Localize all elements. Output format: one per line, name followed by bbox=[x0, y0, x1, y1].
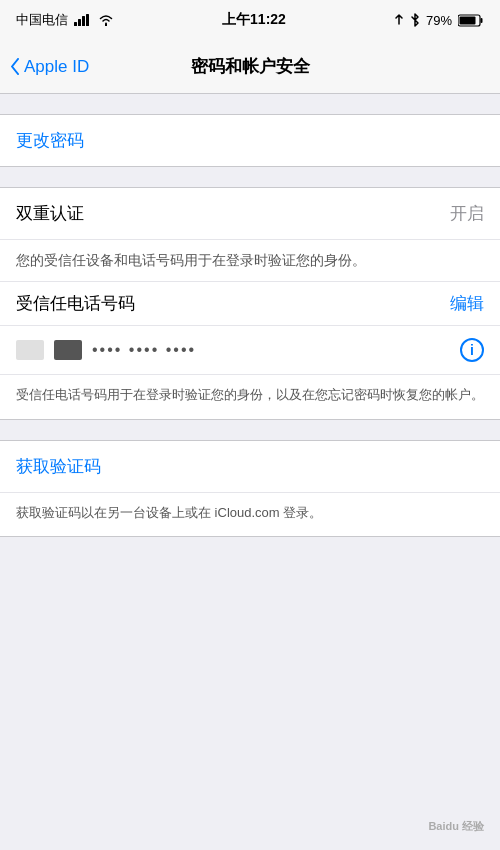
phone-number-left: •••• •••• •••• bbox=[16, 340, 196, 360]
two-factor-status: 开启 bbox=[450, 202, 484, 225]
svg-rect-1 bbox=[78, 19, 81, 26]
verification-code-description: 获取验证码以在另一台设备上或在 iCloud.com 登录。 bbox=[0, 493, 500, 537]
nav-bar: Apple ID 密码和帐户安全 bbox=[0, 40, 500, 94]
change-password-row[interactable]: 更改密码 bbox=[0, 115, 500, 166]
flag-icon-light bbox=[16, 340, 44, 360]
svg-rect-3 bbox=[86, 14, 89, 26]
signal-icon bbox=[74, 14, 92, 26]
phone-number-row: •••• •••• •••• i bbox=[0, 326, 500, 375]
two-factor-description: 您的受信任设备和电话号码用于在登录时验证您的身份。 bbox=[0, 240, 500, 282]
arrow-up-icon bbox=[394, 14, 404, 26]
change-password-section: 更改密码 bbox=[0, 114, 500, 167]
bluetooth-icon bbox=[410, 13, 420, 27]
phone-number-masked: •••• •••• •••• bbox=[92, 341, 196, 359]
svg-rect-6 bbox=[460, 16, 476, 24]
battery-percent: 79% bbox=[426, 13, 452, 28]
two-factor-title: 双重认证 bbox=[16, 202, 84, 225]
back-button[interactable]: Apple ID bbox=[10, 57, 89, 77]
watermark: Baidu 经验 bbox=[428, 819, 484, 834]
wifi-icon bbox=[98, 14, 114, 26]
status-time: 上午11:22 bbox=[222, 11, 286, 29]
trusted-phone-label: 受信任电话号码 bbox=[16, 292, 135, 315]
carrier-text: 中国电信 bbox=[16, 11, 68, 29]
status-left: 中国电信 bbox=[16, 11, 114, 29]
svg-rect-5 bbox=[481, 18, 483, 23]
flag-icon-dark bbox=[54, 340, 82, 360]
two-factor-header: 双重认证 开启 bbox=[0, 188, 500, 240]
svg-rect-0 bbox=[74, 22, 77, 26]
get-verification-code-row[interactable]: 获取验证码 bbox=[0, 441, 500, 493]
two-factor-section: 双重认证 开启 您的受信任设备和电话号码用于在登录时验证您的身份。 受信任电话号… bbox=[0, 187, 500, 420]
change-password-label: 更改密码 bbox=[16, 129, 84, 152]
content: 更改密码 双重认证 开启 您的受信任设备和电话号码用于在登录时验证您的身份。 受… bbox=[0, 94, 500, 537]
status-right: 79% bbox=[394, 13, 484, 28]
verification-code-label: 获取验证码 bbox=[16, 457, 101, 476]
svg-rect-2 bbox=[82, 16, 85, 26]
trusted-phone-note: 受信任电话号码用于在登录时验证您的身份，以及在您忘记密码时恢复您的帐户。 bbox=[0, 375, 500, 419]
status-bar: 中国电信 上午11:22 79% bbox=[0, 0, 500, 40]
trusted-phone-row: 受信任电话号码 编辑 bbox=[0, 282, 500, 326]
back-chevron-icon bbox=[10, 58, 20, 75]
verification-code-section: 获取验证码 获取验证码以在另一台设备上或在 iCloud.com 登录。 bbox=[0, 440, 500, 538]
info-icon[interactable]: i bbox=[460, 338, 484, 362]
edit-button[interactable]: 编辑 bbox=[450, 292, 484, 315]
battery-icon bbox=[458, 14, 484, 27]
back-label: Apple ID bbox=[24, 57, 89, 77]
nav-title: 密码和帐户安全 bbox=[191, 55, 310, 78]
